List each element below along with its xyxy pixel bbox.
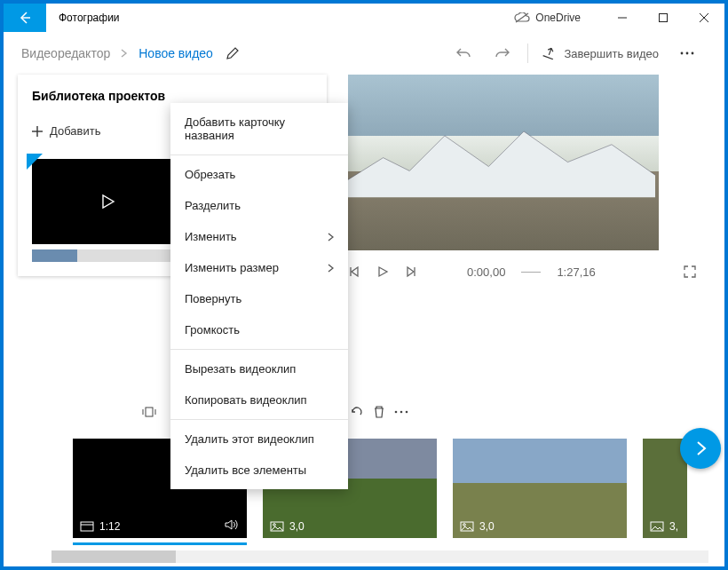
svg-rect-2 — [660, 14, 668, 22]
undo-button[interactable] — [444, 46, 483, 60]
volume-icon — [224, 519, 238, 531]
step-back-icon — [348, 265, 360, 278]
menu-separator — [170, 419, 348, 420]
svg-point-19 — [395, 411, 398, 414]
play-icon — [376, 265, 389, 278]
redo-icon — [495, 46, 510, 60]
library-thumbnail-small[interactable] — [32, 249, 183, 262]
svg-point-21 — [406, 411, 408, 414]
maximize-icon — [659, 13, 668, 22]
time-separator — [521, 272, 541, 273]
rotate-tool[interactable] — [350, 405, 364, 419]
back-button[interactable] — [4, 4, 46, 32]
export-icon — [542, 47, 557, 59]
breadcrumb-current[interactable]: Новое видео — [138, 46, 213, 60]
separator — [527, 44, 528, 63]
svg-rect-22 — [81, 522, 93, 531]
playback-controls: 0:00,00 1:27,16 — [341, 250, 703, 293]
chevron-right-icon — [121, 49, 128, 58]
image-icon — [460, 521, 474, 532]
svg-point-20 — [400, 411, 403, 414]
content-area: Библиотека проектов Добавить — [4, 75, 724, 346]
video-icon — [80, 521, 94, 532]
fullscreen-button[interactable] — [684, 265, 696, 278]
minimize-icon — [618, 13, 627, 22]
menu-rotate[interactable]: Повернуть — [170, 283, 348, 314]
horizontal-scrollbar[interactable] — [51, 550, 708, 563]
menu-cut[interactable]: Вырезать видеоклип — [170, 353, 348, 384]
minimize-button[interactable] — [602, 4, 643, 32]
app-title: Фотографии — [59, 12, 120, 24]
video-thumbnail — [32, 159, 183, 244]
more-button[interactable] — [668, 51, 707, 55]
storyboard-toolbar: Текст Движение — [4, 391, 724, 433]
trim-icon — [142, 406, 156, 418]
right-column: 0:00,00 1:27,16 — [341, 75, 724, 346]
rename-button[interactable] — [226, 46, 240, 60]
close-button[interactable] — [684, 4, 724, 32]
svg-point-7 — [692, 52, 694, 55]
trash-icon — [373, 405, 385, 419]
current-time: 0:00,00 — [467, 265, 505, 279]
total-time: 1:27,16 — [557, 265, 595, 279]
svg-point-27 — [463, 524, 466, 526]
svg-point-5 — [681, 52, 684, 55]
menu-separator — [170, 154, 348, 155]
trim-tool[interactable] — [142, 406, 156, 418]
onedrive-status[interactable]: OneDrive — [514, 12, 581, 24]
mountain-graphic — [348, 127, 655, 197]
maximize-button[interactable] — [643, 4, 684, 32]
menu-delete-all[interactable]: Удалить все элементы — [170, 455, 348, 486]
menu-split[interactable]: Разделить — [170, 190, 348, 221]
svg-rect-12 — [146, 408, 153, 416]
menu-volume[interactable]: Громкость — [170, 314, 348, 345]
redo-button[interactable] — [483, 46, 522, 60]
fullscreen-icon — [684, 265, 696, 278]
finish-video-button[interactable]: Завершить видео — [534, 47, 668, 60]
svg-point-25 — [273, 524, 276, 526]
storyboard: 1:12 3,0 3,0 3, — [4, 433, 724, 538]
next-frame-button[interactable] — [405, 265, 417, 278]
chevron-right-icon — [694, 440, 707, 456]
library-title: Библиотека проектов — [32, 89, 313, 103]
video-preview[interactable] — [348, 75, 659, 250]
more-icon — [394, 410, 408, 414]
pencil-icon — [226, 46, 240, 60]
plus-icon — [32, 126, 43, 137]
scroll-right-button[interactable] — [680, 428, 721, 469]
menu-copy[interactable]: Копировать видеоклип — [170, 384, 348, 416]
breadcrumb-root[interactable]: Видеоредактор — [21, 46, 110, 60]
image-icon — [270, 521, 284, 532]
scrollbar-thumb[interactable] — [51, 550, 176, 563]
undo-icon — [455, 46, 471, 60]
chevron-right-icon — [328, 233, 334, 241]
toolbar: Видеоредактор Новое видео Завершить виде… — [4, 32, 724, 75]
selection-corner-icon — [27, 154, 43, 170]
cloud-off-icon — [514, 12, 530, 23]
menu-add-title[interactable]: Добавить карточку названия — [170, 107, 348, 151]
close-icon — [700, 13, 708, 22]
arrow-left-icon — [18, 11, 32, 25]
menu-resize[interactable]: Изменить размер — [170, 252, 348, 283]
rotate-icon — [350, 405, 364, 419]
more-icon — [680, 51, 694, 55]
app-window: Фотографии OneDrive Видеоредактор Новое … — [4, 4, 724, 566]
menu-trim[interactable]: Обрезать — [170, 159, 348, 190]
image-icon — [650, 521, 664, 532]
menu-edit[interactable]: Изменить — [170, 221, 348, 252]
clip-selected-indicator — [73, 542, 247, 545]
prev-frame-button[interactable] — [348, 265, 360, 278]
storyboard-clip[interactable]: 3,0 — [453, 439, 627, 538]
menu-delete-this[interactable]: Удалить этот видеоклип — [170, 424, 348, 455]
titlebar: Фотографии OneDrive — [4, 4, 724, 32]
play-button[interactable] — [376, 265, 389, 278]
step-forward-icon — [405, 265, 417, 278]
play-icon — [99, 194, 115, 210]
context-menu: Добавить карточку названия Обрезать Разд… — [170, 103, 348, 489]
menu-separator — [170, 349, 348, 350]
delete-tool[interactable] — [373, 405, 385, 419]
svg-point-6 — [686, 52, 689, 55]
chevron-right-icon — [328, 264, 334, 273]
more-tools[interactable] — [394, 410, 408, 414]
